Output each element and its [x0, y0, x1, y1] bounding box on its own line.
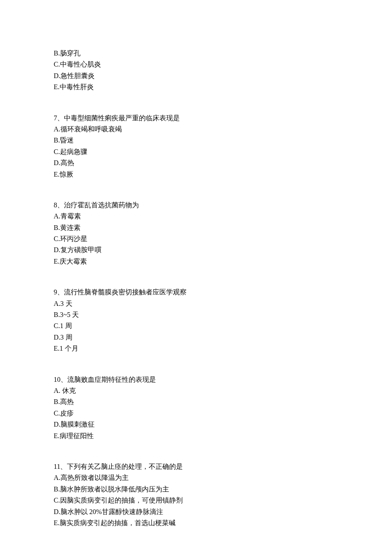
option-line: D.复方磺胺甲嘪 [54, 244, 392, 256]
option-line: B.昏迷 [54, 135, 392, 146]
option-line: E.1 个月 [54, 343, 392, 354]
option-line: D.急性胆囊炎 [54, 70, 392, 81]
option-line: D.3 周 [54, 332, 392, 343]
option-line: E.惊厥 [54, 169, 392, 180]
option-line: D.脑膜刺激征 [54, 419, 392, 430]
question-11: 11、下列有关乙脑止痉的处理，不正确的是 A.高热所致者以降温为主 B.脑水肿所… [54, 461, 392, 529]
option-line: B.高热 [54, 396, 392, 407]
option-line: C.1 周 [54, 320, 392, 331]
option-line: A.高热所致者以降温为主 [54, 472, 392, 483]
option-line: B.肠穿孔 [54, 48, 392, 59]
option-line: D.脑水肿以 20%甘露醇快速静脉滴注 [54, 506, 392, 517]
option-line: E.中毒性肝炎 [54, 81, 392, 93]
option-line: A.循环衰竭和呼吸衰竭 [54, 124, 392, 135]
option-line: B.黄连素 [54, 222, 392, 233]
option-line: A.3 天 [54, 298, 392, 309]
question-10: 10、流脑败血症期特征性的表现是 A. 休克 B.高热 C.皮疹 D.脑膜刺激征… [54, 374, 392, 442]
partial-question-block: B.肠穿孔 C.中毒性心肌炎 D.急性胆囊炎 E.中毒性肝炎 [54, 48, 392, 93]
option-line: B.脑水肿所致者以脱水降低颅内压为主 [54, 484, 392, 495]
option-line: C.因脑实质病变引起的抽搐，可使用镇静剂 [54, 495, 392, 506]
option-line: E.脑实质病变引起的抽搐，首选山梗菜碱 [54, 517, 392, 529]
option-line: E.病理征阳性 [54, 430, 392, 442]
question-7: 7、中毒型细菌性痢疾最严重的临床表现是 A.循环衰竭和呼吸衰竭 B.昏迷 C.起… [54, 113, 392, 180]
question-stem: 9、流行性脑脊髓膜炎密切接触者应医学观察 [54, 287, 392, 298]
question-stem: 11、下列有关乙脑止痉的处理，不正确的是 [54, 461, 392, 472]
option-line: D.高热 [54, 157, 392, 169]
option-line: A.青霉素 [54, 211, 392, 222]
option-line: C.中毒性心肌炎 [54, 59, 392, 70]
question-stem: 7、中毒型细菌性痢疾最严重的临床表现是 [54, 113, 392, 124]
document-page: B.肠穿孔 C.中毒性心肌炎 D.急性胆囊炎 E.中毒性肝炎 7、中毒型细菌性痢… [0, 0, 392, 555]
option-line: A. 休克 [54, 385, 392, 396]
option-line: E.庆大霉素 [54, 256, 392, 267]
question-9: 9、流行性脑脊髓膜炎密切接触者应医学观察 A.3 天 B.3~5 天 C.1 周… [54, 287, 392, 354]
question-stem: 10、流脑败血症期特征性的表现是 [54, 374, 392, 385]
question-8: 8、治疗霍乱首选抗菌药物为 A.青霉素 B.黄连素 C.环丙沙星 D.复方磺胺甲… [54, 200, 392, 267]
option-line: C.皮疹 [54, 408, 392, 419]
option-line: C.起病急骤 [54, 146, 392, 157]
option-line: B.3~5 天 [54, 309, 392, 320]
option-line: C.环丙沙星 [54, 233, 392, 244]
question-stem: 8、治疗霍乱首选抗菌药物为 [54, 200, 392, 211]
